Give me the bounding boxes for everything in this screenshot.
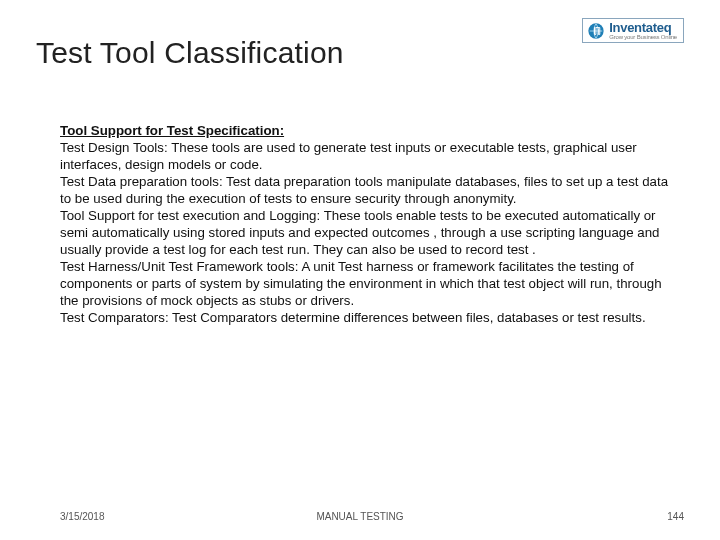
slide: Test Tool Classification Inventateq Grow… <box>0 0 720 540</box>
p2-label: Test Data preparation tools: <box>60 174 223 189</box>
brand-tagline: Grow your Business Online <box>609 34 677 40</box>
page-title: Test Tool Classification <box>36 36 344 70</box>
p5-label: Test Comparators: <box>60 310 169 325</box>
footer-date: 3/15/2018 <box>60 511 105 522</box>
header-row: Test Tool Classification Inventateq Grow… <box>36 24 684 70</box>
p1-label: Test Design Tools: <box>60 140 168 155</box>
p4-label: Test Harness/Unit Test Framework tools: <box>60 259 298 274</box>
slide-footer: 3/15/2018 MANUAL TESTING 144 <box>0 511 720 522</box>
p5-text: Test Comparators determine differences b… <box>169 310 646 325</box>
globe-it-icon <box>587 22 605 40</box>
footer-title: MANUAL TESTING <box>316 511 403 522</box>
p3-label: Tool Support for test execution and Logg… <box>60 208 320 223</box>
footer-page-number: 144 <box>667 511 684 522</box>
body-text: Tool Support for Test Specification: Tes… <box>60 122 674 326</box>
section-heading: Tool Support for Test Specification: <box>60 123 284 138</box>
brand-text: Inventateq Grow your Business Online <box>609 21 677 40</box>
brand-name: Inventateq <box>609 21 677 34</box>
brand-logo: Inventateq Grow your Business Online <box>582 18 684 43</box>
